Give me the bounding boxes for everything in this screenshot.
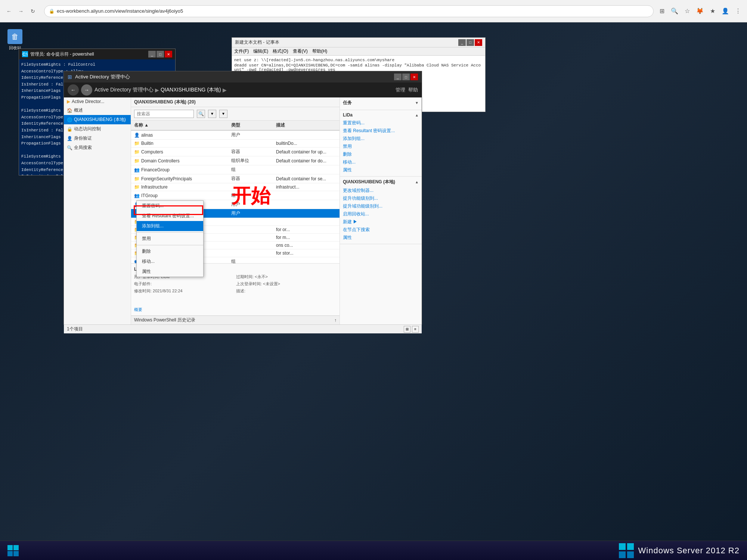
table-row[interactable]: 👤 alinas 用户 — [131, 131, 340, 140]
ad-search-input[interactable] — [134, 110, 194, 118]
back-button[interactable]: ← — [4, 6, 14, 16]
ps-history-bar[interactable]: Windows PowerShell 历史记录 ↑ — [131, 315, 340, 324]
ad-window-controls: _ □ ✕ — [394, 74, 418, 80]
table-row[interactable]: 📁 Builtin builtinDo... — [131, 140, 340, 147]
ps-close-btn[interactable]: ✕ — [165, 51, 172, 57]
sidebar-item-ad[interactable]: ▶ Active Director... — [64, 97, 131, 106]
cell-desc: for m... — [276, 235, 337, 240]
start-button[interactable] — [0, 541, 26, 560]
lida-collapse-btn[interactable]: ▲ — [415, 113, 419, 117]
menu-view[interactable]: 查看(V) — [293, 48, 308, 55]
action-search-node[interactable]: 在节点下搜索 — [343, 226, 419, 234]
firefox-btn[interactable]: 🦊 — [695, 6, 705, 16]
ps-minimize-btn[interactable]: _ — [148, 51, 156, 57]
menu-help[interactable]: 帮助(H) — [312, 48, 328, 55]
action-new[interactable]: 新建 ▶ — [343, 218, 419, 226]
menu-format[interactable]: 格式(O) — [273, 48, 288, 55]
tasks-label: 任务 — [343, 100, 352, 106]
address-bar[interactable]: 🔒 ecs-workbench.aliyun.com/view/instance… — [44, 5, 654, 17]
cell-desc: ons co... — [276, 243, 337, 248]
ps-maximize-btn[interactable]: □ — [156, 51, 164, 57]
starred-btn[interactable]: ★ — [707, 6, 718, 16]
sidebar-item-dac[interactable]: 🔒 动态访问控制 — [64, 124, 131, 134]
action-delete[interactable]: 删除 — [343, 150, 419, 158]
action-reset-pwd[interactable]: 重置密码... — [343, 119, 419, 127]
profile-btn[interactable]: 👤 — [720, 6, 731, 16]
ad-manage-btn[interactable]: 管理 — [396, 87, 405, 93]
table-row[interactable]: 📁 Domain Controllers 组织单位 Default contai… — [131, 156, 340, 165]
domain-collapse-btn[interactable]: ▲ — [415, 180, 419, 184]
ctx-move[interactable]: 移动... — [137, 256, 203, 267]
cell-desc: for stor... — [276, 251, 337, 256]
sidebar-item-search[interactable]: 🔍 全局搜索 — [64, 143, 131, 152]
sidebar-item-domain[interactable]: 🌐 QIANXISHUIBENG (本地) — [64, 115, 131, 124]
browser-toolbar: ← → ↻ 🔒 ecs-workbench.aliyun.com/view/in… — [0, 0, 747, 22]
action-domain-properties[interactable]: 属性 — [343, 234, 419, 242]
sidebar-auth-label: 身份验证 — [74, 135, 92, 141]
action-enable-recycle[interactable]: 启用回收站... — [343, 210, 419, 218]
ad-close-btn[interactable]: ✕ — [410, 74, 418, 80]
breadcrumb-node[interactable]: QIANXISHUIBENG (本地) — [161, 87, 221, 93]
summary-btn2[interactable]: ≡ — [412, 326, 419, 333]
action-move[interactable]: 移动... — [343, 158, 419, 166]
sidebar-item-overview[interactable]: 🏠 概述 — [64, 106, 131, 115]
action-change-dc[interactable]: 更改域控制器... — [343, 187, 419, 195]
table-row[interactable]: 📁 Computers 容器 Default container for up.… — [131, 147, 340, 156]
col-name[interactable]: 名称 ▲ — [134, 122, 231, 128]
notepad-close-btn[interactable]: ✕ — [475, 39, 482, 46]
ad-view-btn1[interactable]: ▼ — [208, 110, 216, 118]
menu-edit[interactable]: 编辑(E) — [253, 48, 268, 55]
action-disable[interactable]: 禁用 — [343, 143, 419, 150]
menu-file[interactable]: 文件(F) — [234, 48, 249, 55]
ad-help-btn[interactable]: 帮助 — [408, 87, 418, 93]
summary-right: ⊞ ≡ — [404, 326, 419, 333]
ad-view-btn2[interactable]: ▼ — [219, 110, 227, 118]
notepad-line-1: net use z: \\[redacted]-jvn5.cn-hangzhou… — [234, 58, 483, 62]
browser-actions: ⊞ 🔍 ☆ 🦊 ★ 👤 ⋮ — [657, 6, 743, 16]
table-row[interactable]: 👥 ITGroup 组 — [131, 191, 340, 200]
ctx-disable[interactable]: 禁用 — [137, 234, 203, 244]
ad-search-execute-btn[interactable]: 🔍 — [197, 110, 205, 118]
ctx-delete[interactable]: 删除 — [137, 246, 203, 256]
powershell-title: 管理员: 命令提示符 - powershell — [30, 51, 94, 57]
forward-button[interactable]: → — [16, 6, 26, 16]
ctx-resultant-pwd[interactable]: 查看 Resultant 密码设置... — [137, 211, 203, 221]
action-resultant-pwd[interactable]: 查看 Resultant 密码设置... — [343, 127, 419, 135]
ad-minimize-btn[interactable]: _ — [394, 74, 402, 80]
ctx-properties[interactable]: 属性 — [137, 267, 203, 277]
notepad-maximize-btn[interactable]: □ — [467, 39, 474, 46]
ad-maximize-btn[interactable]: □ — [402, 74, 410, 80]
notepad-controls: _ □ ✕ — [458, 39, 482, 46]
domain-section-label: QIANXISHUIBENG (本地) — [343, 179, 395, 185]
col-type[interactable]: 类型 — [231, 122, 276, 128]
table-row[interactable]: 📁 Infrastructure infrastruct... — [131, 183, 340, 191]
row-desc-text: for stor... — [276, 251, 294, 256]
ad-back-btn[interactable]: ← — [68, 84, 79, 96]
ctx-reset-pwd[interactable]: 重置密码... — [137, 201, 203, 211]
domain-icon: 🌐 — [67, 117, 72, 122]
summary-link[interactable]: 概要 — [134, 305, 337, 312]
lida-section-title: LiDa ▲ — [343, 112, 419, 118]
bookmark-btn[interactable]: ☆ — [682, 6, 692, 16]
field-email-label: 电子邮件: — [134, 281, 235, 287]
col-desc[interactable]: 描述 — [276, 122, 337, 128]
table-row[interactable]: 📁 ForeignSecurityPrincipals 容器 Default c… — [131, 174, 340, 183]
recycle-bin-icon[interactable]: 🗑 回收站 — [4, 29, 26, 51]
action-add-to-group[interactable]: 添加到组... — [343, 135, 419, 143]
action-raise-forest[interactable]: 提升功能级别到... — [343, 195, 419, 202]
notepad-minimize-btn[interactable]: _ — [458, 39, 466, 46]
cell-type: 组织单位 — [231, 158, 276, 164]
tasks-collapse-btn[interactable]: ▼ — [415, 101, 419, 105]
search-browser-btn[interactable]: 🔍 — [669, 6, 680, 16]
extensions-btn[interactable]: ⊞ — [657, 6, 667, 16]
ad-forward-btn[interactable]: → — [81, 84, 92, 96]
action-properties[interactable]: 属性 — [343, 166, 419, 174]
refresh-button[interactable]: ↻ — [28, 6, 38, 16]
breadcrumb-root[interactable]: Active Directory 管理中心 — [94, 87, 154, 93]
action-raise-domain[interactable]: 提升域功能级别到... — [343, 202, 419, 210]
menu-btn[interactable]: ⋮ — [733, 6, 743, 16]
sidebar-item-auth[interactable]: 👤 身份验证 — [64, 134, 131, 143]
table-row[interactable]: 👥 FinanceGroup 组 — [131, 165, 340, 174]
ctx-add-to-group[interactable]: 添加到组... — [137, 221, 203, 231]
summary-btn1[interactable]: ⊞ — [404, 326, 410, 333]
